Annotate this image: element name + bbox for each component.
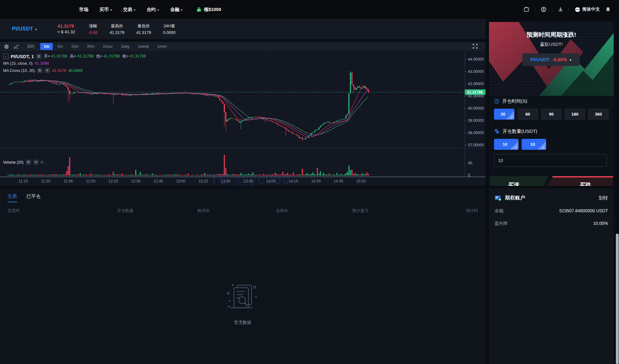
column-header: 预计盈亏 <box>321 208 400 214</box>
globe-icon <box>574 7 580 13</box>
amount-option-1[interactable]: 10✓ <box>522 139 546 150</box>
page-scrollbar[interactable] <box>616 234 619 364</box>
amount-input[interactable] <box>494 154 607 167</box>
svg-text:40.00000: 40.00000 <box>468 106 484 111</box>
price-usd: ≈ $ 41.32 <box>57 30 75 34</box>
svg-text:40.: 40. <box>468 161 473 165</box>
volume-legend: Volume (20) ⚙ ✕ 0. <box>3 160 44 165</box>
chevron-down-icon: ▾ <box>570 58 572 62</box>
nav-item-label: 交易 <box>123 7 132 13</box>
nav-item-市场[interactable]: 市场 <box>79 7 88 13</box>
chevron-down-icon: ▾ <box>181 8 182 12</box>
ohlc-item: 开= 41.31788 <box>44 54 67 59</box>
svg-text:38.00000: 38.00000 <box>468 131 484 135</box>
stat-label: 24H量 <box>163 23 175 29</box>
pair-change-selector[interactable]: PI/USDT -5.65% ▾ <box>522 53 579 66</box>
ohlc-item: 高= 41.31788 <box>70 54 94 59</box>
svg-text:14:30: 14:30 <box>311 179 321 183</box>
gear-icon[interactable]: ⚙ <box>26 160 31 165</box>
coins-icon <box>494 129 500 134</box>
time-option-60[interactable]: 60 <box>518 109 538 120</box>
fullscreen-icon[interactable] <box>472 43 478 50</box>
svg-text:42.00000: 42.00000 <box>468 82 484 86</box>
gear-icon[interactable]: ⚙ <box>36 54 41 59</box>
close-icon[interactable]: ✕ <box>45 68 50 73</box>
language-switcher[interactable]: 简体中文 <box>574 7 600 13</box>
amount-option-0[interactable]: 10✓ <box>494 139 519 150</box>
account-row-value: 523507.84800000 USDT <box>559 208 608 214</box>
nav-item-合约[interactable]: 合约▾ <box>147 7 159 13</box>
option-label: 10 <box>502 142 507 147</box>
column-header: 当前价 <box>243 208 321 214</box>
option-label: 360 <box>595 112 602 117</box>
empty-text: 暂无数据 <box>234 320 251 325</box>
nav-item-交易[interactable]: 交易▾ <box>123 7 135 13</box>
open-time-options: 30✓6090180360 <box>494 109 609 120</box>
interval-5m[interactable]: 5m <box>54 43 66 50</box>
settings-icon[interactable] <box>4 44 9 49</box>
tab-交易[interactable]: 交易 <box>8 193 17 202</box>
time-option-30[interactable]: 30✓ <box>494 109 514 120</box>
buy-down-topline <box>552 176 613 177</box>
svg-text:43.00000: 43.00000 <box>468 69 484 74</box>
clock-icon <box>494 99 499 104</box>
bonus-label: 领$1000 <box>204 7 221 13</box>
time-option-180[interactable]: 180 <box>565 109 585 120</box>
amount-options: 10✓10✓ <box>494 139 609 150</box>
interval-15m[interactable]: 15m <box>68 43 82 50</box>
wallet-icon[interactable] <box>524 7 529 13</box>
language-label: 简体中文 <box>582 7 600 12</box>
svg-text:0.: 0. <box>468 173 471 177</box>
gear-icon[interactable]: ⚙ <box>37 68 42 73</box>
svg-text:11:15: 11:15 <box>19 179 28 183</box>
interval-1m[interactable]: 1m <box>40 43 53 50</box>
chart-toolbar: 实时 1m5m15m30m1hour1day1week1mon <box>0 42 486 52</box>
stat-value: -5.65 <box>88 30 98 35</box>
bell-icon[interactable] <box>605 7 611 13</box>
stat-label: 最高价 <box>111 23 123 29</box>
pair-selector[interactable]: PI/USDT ▾ <box>12 26 37 32</box>
interval-30m[interactable]: 30m <box>84 43 98 50</box>
ohlc-value: 41.31788 <box>76 54 94 58</box>
interval-1hour[interactable]: 1hour <box>99 43 116 50</box>
chart-legend: − PI/USDT, 1 ⚙ 开= 41.31788高= 41.31788低= … <box>3 54 146 75</box>
divider <box>535 7 535 12</box>
time-option-360[interactable]: 360 <box>588 109 609 120</box>
tab-已平仓[interactable]: 已平仓 <box>26 193 41 202</box>
promo-banner: 预测时间周期涨跌! 赢取USDT! PI/USDT -5.65% ▾ <box>489 22 614 96</box>
interval-realtime[interactable]: 实时 <box>24 43 38 51</box>
ohlc-value: 41.31788 <box>128 54 146 58</box>
ticker-price-block: 41.3179 ≈ $ 41.32 <box>57 24 75 34</box>
interval-1day[interactable]: 1day <box>117 43 133 50</box>
column-header: 交易对 <box>8 208 86 214</box>
ohlc-label: 开= <box>44 54 50 58</box>
nav-item-买币[interactable]: 买币▾ <box>100 7 112 13</box>
nav-item-金融[interactable]: 金融▾ <box>170 7 182 13</box>
interval-1week[interactable]: 1week <box>134 43 152 50</box>
download-icon[interactable] <box>558 7 563 12</box>
close-icon[interactable]: ✕ <box>33 160 39 165</box>
chart-area[interactable]: − PI/USDT, 1 ⚙ 开= 41.31788高= 41.31788低= … <box>0 52 486 186</box>
volume-label: Volume (20) <box>3 160 24 165</box>
ma-cross-value-1: 41.5178 <box>52 68 66 73</box>
amount-label: 开仓数量(USDT) <box>502 128 537 134</box>
account-row-label: 余额 <box>495 208 503 214</box>
last-price: 41.3179 <box>57 24 75 29</box>
bonus-button[interactable]: 领$1000 <box>196 7 221 13</box>
top-nav: 市场买币▾交易▾合约▾金融▾ 领$1000 <box>0 0 619 19</box>
positions-tabs: 交易已平仓 <box>0 188 486 202</box>
interval-1mon[interactable]: 1mon <box>154 43 170 50</box>
option-label: 60 <box>525 112 530 117</box>
indicator-icon[interactable] <box>14 44 19 49</box>
no-data-illustration <box>226 283 260 312</box>
buy-actions: 买涨 买跌 <box>490 176 613 186</box>
transfer-link[interactable]: 划转 <box>599 195 608 201</box>
time-option-90[interactable]: 90 <box>541 109 562 120</box>
volume-value: 0. <box>41 160 44 165</box>
ohlc-label: 低= <box>96 54 102 58</box>
check-icon: ✓ <box>510 115 513 119</box>
ohlc-value: 41.31788 <box>102 54 120 58</box>
user-icon[interactable] <box>540 6 547 13</box>
collapse-icon[interactable]: − <box>3 54 8 59</box>
svg-text:11:45: 11:45 <box>64 179 73 183</box>
